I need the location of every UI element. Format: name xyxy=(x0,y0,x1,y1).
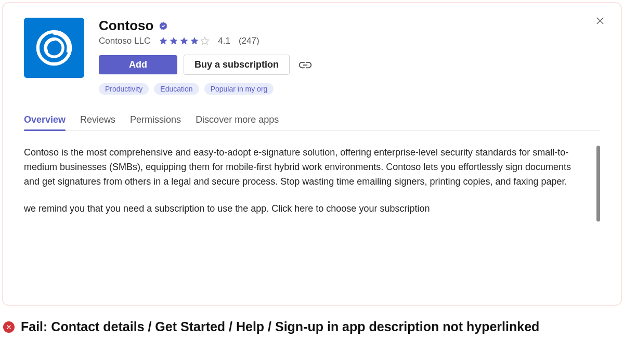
link-icon xyxy=(298,60,313,70)
app-detail-card: Contoso Contoso LLC 4.1 (247) Add xyxy=(2,2,622,306)
publisher-row: Contoso LLC 4.1 (247) xyxy=(99,36,600,46)
title-row: Contoso xyxy=(99,18,600,34)
copy-link-button[interactable] xyxy=(298,60,313,70)
rating-value: 4.1 xyxy=(218,36,230,46)
star-outline-icon xyxy=(200,36,210,46)
scrollbar-thumb[interactable] xyxy=(596,146,600,222)
tag-productivity[interactable]: Productivity xyxy=(99,83,149,95)
app-logo xyxy=(24,18,84,78)
rating-count: (247) xyxy=(239,36,259,46)
description-paragraph-2: we remind you that you need a subscripti… xyxy=(24,202,579,216)
fail-icon xyxy=(3,321,15,333)
tab-reviews[interactable]: Reviews xyxy=(80,110,115,131)
tags-row: Productivity Education Popular in my org xyxy=(99,83,600,95)
close-icon xyxy=(595,16,605,26)
overview-content: Contoso is the most comprehensive and ea… xyxy=(24,146,600,260)
fail-message: Fail: Contact details / Get Started / He… xyxy=(21,318,539,335)
tag-education[interactable]: Education xyxy=(154,83,199,95)
app-header: Contoso Contoso LLC 4.1 (247) Add xyxy=(24,18,600,95)
svg-point-0 xyxy=(38,32,70,64)
star-rating xyxy=(159,36,210,46)
swirl-icon xyxy=(34,28,74,68)
tab-discover[interactable]: Discover more apps xyxy=(196,110,279,131)
star-icon xyxy=(159,36,168,46)
app-meta: Contoso Contoso LLC 4.1 (247) Add xyxy=(99,18,600,95)
description-paragraph-1: Contoso is the most comprehensive and ea… xyxy=(24,146,579,189)
verified-badge-icon xyxy=(159,21,168,31)
validation-footer: Fail: Contact details / Get Started / He… xyxy=(3,318,624,335)
tag-popular[interactable]: Popular in my org xyxy=(204,83,274,95)
buy-subscription-button[interactable]: Buy a subscription xyxy=(184,55,290,75)
star-icon xyxy=(190,36,199,46)
tab-bar: Overview Reviews Permissions Discover mo… xyxy=(24,110,600,131)
tab-overview[interactable]: Overview xyxy=(24,110,66,131)
publisher-name: Contoso LLC xyxy=(99,36,150,46)
star-icon xyxy=(179,36,189,46)
button-row: Add Buy a subscription xyxy=(99,55,600,75)
close-button[interactable] xyxy=(595,16,605,26)
app-title: Contoso xyxy=(99,18,153,34)
add-button[interactable]: Add xyxy=(99,55,177,74)
tab-permissions[interactable]: Permissions xyxy=(130,110,181,131)
star-icon xyxy=(169,36,178,46)
